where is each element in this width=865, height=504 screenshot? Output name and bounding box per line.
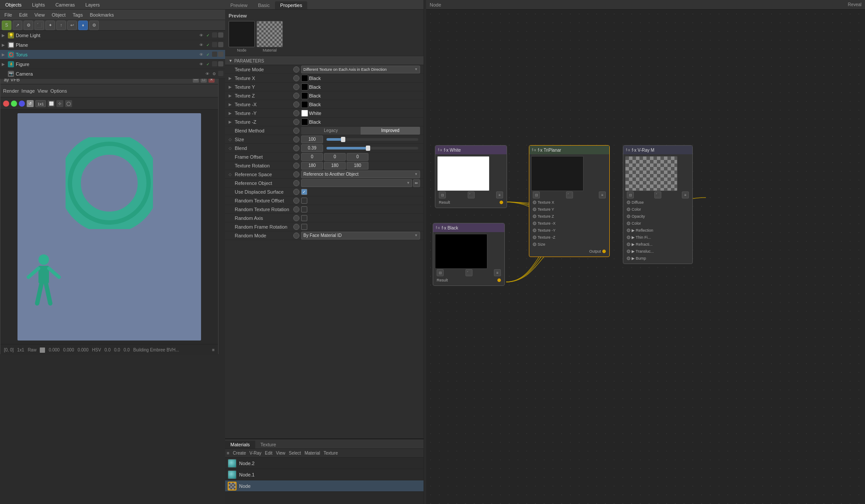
frame-offset-y[interactable]: 0 xyxy=(324,153,346,161)
texture-rotation-enable[interactable] xyxy=(293,163,299,169)
node-white-action-1[interactable]: ⊡ xyxy=(439,191,446,198)
texture-ny-color[interactable] xyxy=(301,110,308,117)
mat-select-menu[interactable]: Select xyxy=(289,451,301,455)
render-eyedrop-btn[interactable]: ⊹ xyxy=(56,100,63,107)
node-vray[interactable]: f·x f·x V-Ray M ⊡ ⬛ ≡ Diffuse Color xyxy=(623,145,693,264)
domelight-vis-icon[interactable]: 👁 xyxy=(198,32,204,38)
node-white-action-2[interactable]: ⬛ xyxy=(468,191,475,198)
texture-y-expand[interactable]: ▶ xyxy=(229,85,233,89)
tab-preview[interactable]: Preview xyxy=(225,1,253,9)
node-tri-tx-dot[interactable] xyxy=(533,201,536,204)
mat-edit-menu[interactable]: Edit xyxy=(265,451,272,455)
torus-check-icon[interactable]: ✓ xyxy=(205,52,211,58)
random-mode-dropdown[interactable]: By Face Material ID ▼ xyxy=(301,232,420,240)
node-vray-translucency-dot[interactable] xyxy=(627,250,630,253)
node-white-action-3[interactable]: ≡ xyxy=(496,191,503,198)
toolbar-icon-7[interactable]: ↩ xyxy=(67,21,77,30)
size-input[interactable]: 100 xyxy=(301,136,323,143)
options-menu[interactable]: Options xyxy=(50,88,67,94)
node-triplanar[interactable]: f·x f·x TriPlanar ⊡ ⬛ ≡ Texture X Textur… xyxy=(529,145,610,257)
domelight-check-icon[interactable]: ✓ xyxy=(205,32,211,38)
size-slider[interactable] xyxy=(327,138,418,141)
texture-nz-expand[interactable]: ▶ xyxy=(229,120,233,124)
mat-row-node1[interactable]: Node.1 xyxy=(225,469,424,480)
mat-material-menu[interactable]: Material xyxy=(305,451,320,455)
blend-slider-thumb[interactable] xyxy=(366,146,370,151)
node-color-white[interactable]: f·x f·x White ⊡ ⬛ ≡ Result xyxy=(435,145,507,208)
reference-object-pick[interactable]: ✏ xyxy=(413,179,420,187)
reference-space-enable[interactable] xyxy=(293,171,299,177)
camera-ctrl-icon[interactable]: ⚙ xyxy=(211,71,217,77)
node-tri-action-2[interactable]: ⬛ xyxy=(566,191,573,198)
blend-method-enable[interactable] xyxy=(293,128,299,134)
params-expand-icon[interactable]: ▼ xyxy=(229,59,233,63)
reference-space-dropdown[interactable]: Reference to Another Object ▼ xyxy=(301,170,420,178)
texture-nx-enable[interactable] xyxy=(293,101,299,108)
figure-vis-icon[interactable]: 👁 xyxy=(198,61,204,67)
view-menu[interactable]: View xyxy=(32,11,48,18)
object-row-domelight[interactable]: ▶ 💡 Dome Light 👁 ✓ xyxy=(0,31,225,40)
view-menu-render[interactable]: View xyxy=(38,88,48,94)
texture-y-enable[interactable] xyxy=(293,84,299,90)
blend-improved[interactable]: Improved xyxy=(361,127,420,135)
random-axis-enable[interactable] xyxy=(293,215,299,221)
toolbar-icon-1[interactable]: S xyxy=(2,21,11,30)
node-vray-opacity-dot[interactable] xyxy=(627,215,630,218)
node-vray-action-3[interactable]: ≡ xyxy=(682,191,689,198)
node-color-black[interactable]: f·x f·x Black ⊡ ⬛ ≡ Result xyxy=(433,223,505,286)
node-white-result-dot[interactable] xyxy=(500,201,503,204)
texture-mode-dropdown[interactable]: Different Texture on Each Axis in Each D… xyxy=(301,66,420,73)
node-tri-tnx-dot[interactable] xyxy=(533,222,536,225)
texture-mode-enable[interactable] xyxy=(293,66,299,73)
tags-menu[interactable]: Tags xyxy=(70,11,85,18)
mat-row-node[interactable]: Node xyxy=(225,480,424,492)
node-tri-tnz-dot[interactable] xyxy=(533,236,536,239)
frame-offset-enable[interactable] xyxy=(293,154,299,160)
frame-offset-x[interactable]: 0 xyxy=(301,153,323,161)
torus-vis-icon[interactable]: 👁 xyxy=(198,52,204,58)
node-tri-size-dot[interactable] xyxy=(533,243,536,246)
node-vray-action-2[interactable]: ⬛ xyxy=(654,191,661,198)
random-texture-rotation-checkbox[interactable] xyxy=(301,206,307,212)
texture-x-enable[interactable] xyxy=(293,75,299,81)
node-vray-thinfilm-dot[interactable] xyxy=(627,236,630,239)
node-vray-color-dot[interactable] xyxy=(627,208,630,211)
texture-ny-enable[interactable] xyxy=(293,110,299,116)
blend-enable[interactable] xyxy=(293,145,299,151)
mat-row-node2[interactable]: Node.2 xyxy=(225,458,424,469)
node-black-action-2[interactable]: ⬛ xyxy=(466,269,472,276)
layers-tab[interactable]: Layers xyxy=(83,2,101,7)
node-tri-output-dot[interactable] xyxy=(602,250,606,253)
frame-offset-z[interactable]: 0 xyxy=(347,153,368,161)
toolbar-icon-4[interactable]: ⬛ xyxy=(35,21,44,30)
texture-z-enable[interactable] xyxy=(293,93,299,99)
plane-vis-icon[interactable]: 👁 xyxy=(198,42,204,48)
object-row-figure[interactable]: ▶ 🧍 Figure 👁 ✓ xyxy=(0,59,225,69)
texture-rotation-z[interactable]: 180 xyxy=(347,162,368,170)
node-tri-ty-dot[interactable] xyxy=(533,208,536,211)
texture-nz-enable[interactable] xyxy=(293,119,299,125)
toolbar-icon-6[interactable]: ↑ xyxy=(56,21,66,30)
figure-check-icon[interactable]: ✓ xyxy=(205,61,211,67)
render-view-btn[interactable]: ⬜ xyxy=(48,100,55,107)
texture-nz-color[interactable] xyxy=(301,118,308,125)
node-vray-action-1[interactable]: ⊡ xyxy=(627,191,634,198)
node-vray-bump-dot[interactable] xyxy=(627,257,630,260)
texture-ny-expand[interactable]: ▶ xyxy=(229,111,233,115)
texture-tab[interactable]: Texture xyxy=(255,441,281,448)
texture-x-color[interactable] xyxy=(301,75,308,82)
node-canvas[interactable]: f·x f·x White ⊡ ⬛ ≡ Result f·x f·x B xyxy=(426,10,865,504)
mat-create-menu[interactable]: Create xyxy=(233,451,246,455)
file-menu[interactable]: File xyxy=(2,11,15,18)
camera-vis-icon[interactable]: 👁 xyxy=(204,71,210,77)
toolbar-icon-2[interactable]: ↗ xyxy=(13,21,22,30)
texture-x-expand[interactable]: ▶ xyxy=(229,76,233,80)
blend-slider[interactable] xyxy=(327,147,418,149)
preview-material[interactable]: Material xyxy=(257,21,283,52)
object-row-plane[interactable]: ▶ ⬜ Plane 👁 ✓ xyxy=(0,40,225,50)
random-axis-checkbox[interactable] xyxy=(301,215,307,221)
toolbar-icon-5[interactable]: ✦ xyxy=(45,21,55,30)
node-black-result-dot[interactable] xyxy=(497,278,501,282)
materials-tab[interactable]: Materials xyxy=(225,441,255,448)
toolbar-icon-3[interactable]: ⚙ xyxy=(24,21,33,30)
